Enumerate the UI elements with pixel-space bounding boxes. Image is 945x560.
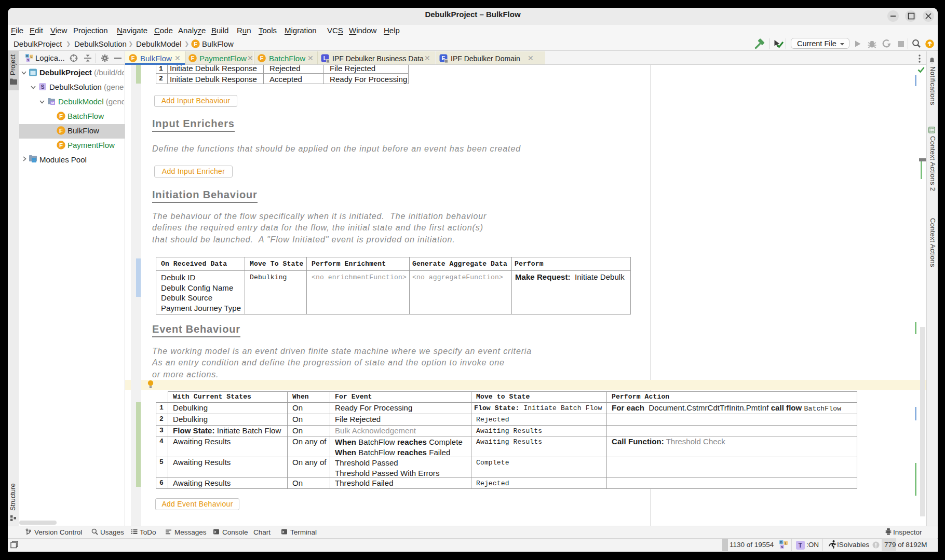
- svg-text:D: D: [26, 54, 29, 58]
- svg-text:F: F: [131, 55, 135, 61]
- svg-text:F: F: [260, 55, 264, 61]
- svg-text:F: F: [59, 142, 63, 148]
- svg-text:L: L: [785, 542, 787, 545]
- svg-text:F: F: [191, 55, 195, 61]
- svg-text:S: S: [41, 84, 45, 90]
- svg-text:F: F: [194, 41, 197, 47]
- svg-text:S: S: [781, 545, 783, 549]
- svg-text:D: D: [780, 541, 782, 544]
- svg-text:S: S: [27, 59, 29, 62]
- svg-text:F: F: [59, 113, 63, 119]
- svg-text:F: F: [59, 128, 63, 134]
- svg-text:M: M: [51, 101, 55, 105]
